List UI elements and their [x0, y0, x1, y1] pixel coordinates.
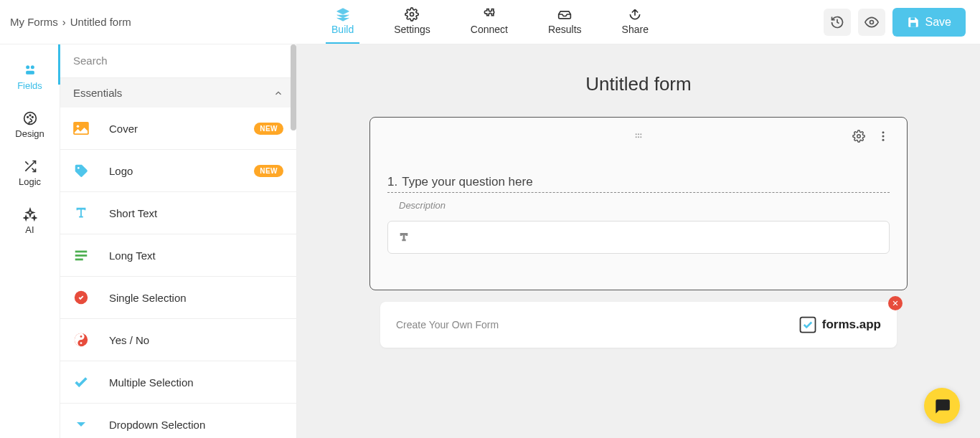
chevron-down-icon: [73, 416, 89, 432]
tab-connect[interactable]: Connect: [465, 0, 514, 44]
svg-rect-2: [910, 17, 915, 20]
svg-rect-18: [75, 254, 88, 257]
breadcrumb-current: Untitled form: [70, 16, 131, 28]
save-button[interactable]: Save: [892, 8, 966, 37]
nav-ai[interactable]: AI: [0, 197, 60, 245]
svg-rect-17: [75, 251, 88, 253]
nav-design-label: Design: [15, 128, 44, 139]
fields-panel: Essentials Cover NEW Logo NEW Short Text: [60, 44, 297, 438]
field-multiple-selection[interactable]: Multiple Selection: [60, 361, 296, 404]
field-multiple-selection-label: Multiple Selection: [109, 376, 283, 389]
tab-build-label: Build: [331, 24, 354, 35]
field-short-text-label: Short Text: [109, 207, 283, 219]
svg-point-24: [636, 133, 637, 135]
chat-button[interactable]: [924, 388, 960, 424]
scrollbar[interactable]: [291, 44, 296, 130]
promo-card: Create Your Own Form forms.app: [380, 302, 897, 348]
card-settings-button[interactable]: [852, 130, 865, 146]
history-icon: [830, 15, 844, 29]
svg-point-23: [80, 342, 83, 344]
field-short-text[interactable]: Short Text: [60, 192, 296, 234]
more-vertical-icon: [877, 130, 890, 143]
tab-results-label: Results: [548, 24, 582, 35]
description-input[interactable]: Description: [399, 200, 890, 211]
logo-icon: [798, 315, 818, 335]
sparkles-icon: [23, 207, 37, 222]
svg-point-16: [77, 167, 80, 169]
svg-point-9: [29, 115, 31, 116]
svg-point-28: [638, 136, 639, 138]
search-input[interactable]: [73, 54, 283, 67]
field-cover-label: Cover: [109, 123, 234, 135]
layers-icon: [336, 7, 350, 22]
grip-icon: [633, 130, 644, 142]
card-more-button[interactable]: [877, 130, 890, 146]
tab-build[interactable]: Build: [326, 0, 359, 44]
text-icon: [73, 205, 89, 221]
svg-rect-6: [26, 71, 34, 75]
breadcrumb-sep: ›: [62, 16, 66, 28]
svg-point-27: [636, 136, 637, 138]
new-badge: NEW: [254, 165, 283, 177]
form-title[interactable]: Untitled form: [340, 73, 937, 95]
side-nav: Fields Design Logic AI: [0, 44, 60, 438]
tab-connect-label: Connect: [471, 24, 508, 35]
image-icon: [73, 120, 89, 136]
field-long-text[interactable]: Long Text: [60, 234, 296, 277]
field-long-text-label: Long Text: [109, 249, 283, 262]
svg-point-29: [640, 136, 641, 138]
shapes-icon: [23, 63, 37, 77]
field-single-selection[interactable]: Single Selection: [60, 277, 296, 319]
svg-point-26: [640, 133, 641, 135]
radio-icon: [73, 290, 89, 305]
svg-point-31: [882, 131, 885, 133]
tab-share[interactable]: Share: [616, 0, 654, 44]
forms-app-logo[interactable]: forms.app: [798, 315, 881, 335]
svg-point-32: [882, 135, 885, 138]
promo-close-button[interactable]: [888, 296, 903, 310]
question-input[interactable]: Type your question here: [402, 175, 890, 189]
svg-point-4: [26, 65, 29, 69]
nav-ai-label: AI: [25, 224, 34, 235]
field-logo[interactable]: Logo NEW: [60, 150, 296, 192]
svg-point-0: [410, 13, 414, 16]
preview-button[interactable]: [858, 9, 885, 36]
svg-point-5: [30, 65, 34, 69]
section-essentials[interactable]: Essentials: [60, 78, 296, 108]
paragraph-icon: [73, 247, 89, 263]
promo-text[interactable]: Create Your Own Form: [396, 319, 499, 330]
svg-point-25: [638, 133, 639, 135]
svg-rect-3: [910, 22, 916, 27]
nav-fields[interactable]: Fields: [0, 53, 60, 101]
history-button[interactable]: [824, 9, 851, 36]
inbox-icon: [557, 7, 572, 22]
chat-icon: [933, 396, 951, 415]
chevron-up-icon: [273, 88, 283, 98]
field-single-selection-label: Single Selection: [109, 292, 283, 304]
svg-point-1: [870, 20, 873, 24]
share-icon: [628, 7, 642, 22]
question-card[interactable]: 1. Type your question here Description: [369, 117, 908, 290]
section-essentials-label: Essentials: [73, 87, 122, 99]
gear-icon: [852, 130, 865, 143]
save-label: Save: [925, 16, 951, 29]
field-cover[interactable]: Cover NEW: [60, 108, 296, 150]
tab-settings[interactable]: Settings: [388, 0, 436, 44]
field-dropdown-selection[interactable]: Dropdown Selection: [60, 404, 296, 438]
check-icon: [73, 374, 89, 390]
field-yes-no-label: Yes / No: [109, 334, 283, 346]
drag-handle[interactable]: [633, 130, 644, 145]
nav-logic-label: Logic: [19, 176, 41, 187]
tab-results[interactable]: Results: [542, 0, 588, 44]
field-logo-label: Logo: [109, 165, 234, 177]
breadcrumb-root[interactable]: My Forms: [10, 16, 58, 28]
field-yes-no[interactable]: Yes / No: [60, 319, 296, 361]
palette-icon: [23, 111, 37, 125]
nav-fields-label: Fields: [17, 80, 42, 91]
nav-design[interactable]: Design: [0, 101, 60, 149]
svg-point-33: [882, 139, 885, 141]
eye-icon: [864, 15, 879, 29]
close-icon: [892, 300, 899, 307]
text-icon: [398, 232, 410, 243]
nav-logic[interactable]: Logic: [0, 149, 60, 197]
